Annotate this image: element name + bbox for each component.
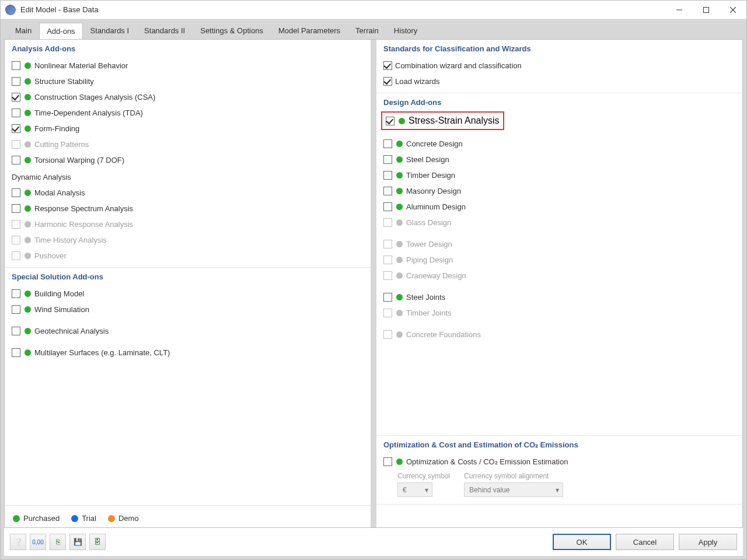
chevron-down-icon: ▾ <box>425 486 428 494</box>
checkbox[interactable] <box>12 124 20 133</box>
checkbox[interactable] <box>383 202 392 211</box>
checkbox[interactable] <box>383 77 392 86</box>
list-item: Cutting Patterns <box>12 136 364 152</box>
tab-model-params[interactable]: Model Parameters <box>271 22 348 39</box>
status-dot <box>396 188 403 194</box>
list-item: Aluminum Design <box>383 199 735 215</box>
help-icon[interactable]: ❔ <box>10 534 26 550</box>
tab-terrain[interactable]: Terrain <box>348 22 386 39</box>
checkbox-stress-strain[interactable] <box>386 117 395 125</box>
status-dot <box>396 310 403 316</box>
list-item: Form-Finding <box>12 121 364 136</box>
list-item: Piping Design <box>383 252 735 268</box>
tab-settings[interactable]: Settings & Options <box>193 22 271 39</box>
tab-addons[interactable]: Add-ons <box>39 23 82 39</box>
status-dot <box>25 205 31 212</box>
item-label: Harmonic Response Analysis <box>34 220 133 229</box>
status-dot <box>399 118 405 124</box>
legend-dot-purchased <box>13 515 20 522</box>
units-icon[interactable]: 0,00 <box>30 534 46 550</box>
checkbox[interactable] <box>12 305 20 314</box>
checkbox[interactable] <box>383 61 392 70</box>
list-item: Tower Design <box>383 236 735 252</box>
section-title-analysis: Analysis Add-ons <box>12 44 364 53</box>
apply-button[interactable]: Apply <box>679 534 737 550</box>
checkbox[interactable] <box>12 348 20 357</box>
checkbox[interactable] <box>383 187 392 195</box>
tab-main[interactable]: Main <box>8 22 39 39</box>
left-column: Analysis Add-ons Nonlinear Material Beha… <box>5 40 371 527</box>
checkbox[interactable] <box>12 289 20 298</box>
minimize-button[interactable] <box>666 1 693 19</box>
status-dot <box>25 306 31 313</box>
checkbox[interactable] <box>12 61 20 70</box>
item-label: Response Spectrum Analysis <box>34 204 133 213</box>
highlighted-stress-strain: Stress-Strain Analysis <box>381 111 504 130</box>
list-item: Nonlinear Material Behavior <box>12 58 364 74</box>
checkbox[interactable] <box>383 171 392 180</box>
cancel-button[interactable]: Cancel <box>616 534 674 550</box>
checkbox[interactable] <box>383 293 392 302</box>
status-dot <box>396 241 403 247</box>
item-label: Building Model <box>34 289 84 298</box>
list-item: Glass Design <box>383 215 735 230</box>
legend-dot-trial <box>71 515 78 522</box>
save-disk-icon[interactable]: 💾 <box>69 534 86 550</box>
select-alignment[interactable]: Behind value▾ <box>464 482 563 497</box>
item-label: Concrete Foundations <box>406 330 481 339</box>
list-item: Construction Stages Analysis (CSA) <box>12 89 364 105</box>
list-item: Torsional Warping (7 DOF) <box>12 152 364 168</box>
database-icon[interactable]: 🗄 <box>89 534 106 550</box>
list-item: Timber Design <box>383 167 735 183</box>
window: Edit Model - Base Data Main Add-ons Stan… <box>0 0 747 560</box>
tab-history[interactable]: History <box>386 22 425 39</box>
label-stress-strain: Stress-Strain Analysis <box>409 116 500 126</box>
maximize-button[interactable] <box>693 1 720 19</box>
item-label: Steel Joints <box>406 293 445 302</box>
list-item: Geotechnical Analysis <box>12 323 364 339</box>
status-dot <box>396 156 403 163</box>
checkbox-optimization[interactable] <box>383 457 392 466</box>
item-label: Load wizards <box>395 77 440 86</box>
checkbox[interactable] <box>12 188 20 197</box>
checkbox <box>383 271 392 280</box>
ok-button[interactable]: OK <box>553 534 611 550</box>
checkbox[interactable] <box>383 155 392 164</box>
list-item: Structure Stability <box>12 74 364 89</box>
checkbox <box>12 220 20 229</box>
content: Analysis Add-ons Nonlinear Material Beha… <box>4 39 743 528</box>
tab-standards2[interactable]: Standards II <box>137 22 193 39</box>
checkbox[interactable] <box>12 93 20 102</box>
tab-standards1[interactable]: Standards I <box>83 22 137 39</box>
list-item: Time History Analysis <box>12 232 364 248</box>
checkbox[interactable] <box>12 77 20 86</box>
list-item: Load wizards <box>383 74 735 89</box>
label-align: Currency symbol alignment <box>464 472 563 480</box>
checkbox[interactable] <box>12 108 20 117</box>
status-dot <box>396 204 403 210</box>
item-optimization: Optimization & Costs / CO₂ Emission Esti… <box>383 454 735 470</box>
status-dot <box>25 190 31 196</box>
status-dot <box>396 257 403 263</box>
checkbox[interactable] <box>12 327 20 335</box>
list-item: Multilayer Surfaces (e.g. Laminate, CLT) <box>12 345 364 360</box>
item-label: Piping Design <box>406 256 453 264</box>
list-item: Concrete Design <box>383 136 735 152</box>
checkbox <box>383 218 392 227</box>
checkbox <box>12 236 20 244</box>
status-dot <box>25 141 31 148</box>
close-button[interactable] <box>720 1 746 19</box>
item-label: Nonlinear Material Behavior <box>34 61 128 70</box>
section-analysis: Analysis Add-ons Nonlinear Material Beha… <box>5 40 371 267</box>
select-currency[interactable]: €▾ <box>397 482 432 497</box>
status-dot <box>25 125 31 132</box>
item-label: Masonry Design <box>406 187 461 195</box>
checkbox[interactable] <box>383 139 392 148</box>
export-icon[interactable]: ⎘ <box>50 534 66 550</box>
status-dot <box>25 237 31 243</box>
status-dot <box>25 221 31 228</box>
section-title-special: Special Solution Add-ons <box>12 272 364 281</box>
checkbox[interactable] <box>12 204 20 213</box>
chevron-down-icon: ▾ <box>556 486 559 494</box>
checkbox[interactable] <box>12 156 20 164</box>
